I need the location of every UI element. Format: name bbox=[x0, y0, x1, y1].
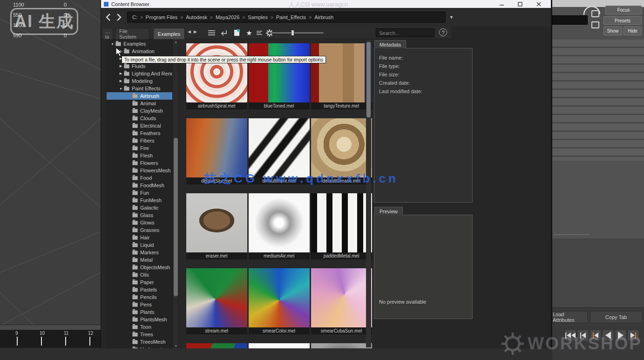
asset-thumbnail[interactable] bbox=[186, 43, 247, 102]
tree-item-paint-effects[interactable]: ▼ Paint Effects bbox=[107, 85, 172, 92]
tab-scroll-arrows[interactable]: ◀▶ bbox=[188, 29, 200, 34]
tree-item-animal[interactable]: Animal bbox=[107, 100, 172, 107]
tree-item-plantsmesh[interactable]: PlantsMesh bbox=[107, 316, 172, 323]
asset-item[interactable]: mediumAir.mel bbox=[249, 193, 310, 259]
chevron-down-icon[interactable]: ▼ bbox=[449, 15, 454, 20]
tree-item-objectsmesh[interactable]: ObjectsMesh bbox=[107, 264, 172, 271]
tree-item-examples[interactable]: ▼ Examples bbox=[107, 40, 172, 48]
focus-button[interactable]: Focus bbox=[605, 6, 642, 14]
tree-item-plants[interactable]: Plants bbox=[107, 308, 172, 316]
return-arrow-icon[interactable] bbox=[219, 28, 229, 37]
load-attributes-button[interactable]: Load Attributes bbox=[552, 311, 588, 323]
back-button[interactable] bbox=[104, 12, 112, 23]
tree-item-pencils[interactable]: Pencils bbox=[107, 293, 172, 301]
tree-item-pastels[interactable]: Pastels bbox=[107, 286, 172, 293]
time-slider[interactable]: 9 10 11 12 bbox=[0, 330, 101, 348]
tree-item-fluids[interactable]: ▶ Fluids bbox=[107, 62, 172, 70]
tree-item-grasses[interactable]: Grasses bbox=[107, 226, 172, 234]
tree-item-toon[interactable]: Toon bbox=[107, 323, 172, 331]
breadcrumb-item[interactable]: Paint_Effects bbox=[276, 14, 306, 20]
tree-item-treesmesh[interactable]: TreesMesh bbox=[107, 338, 172, 346]
search-input[interactable] bbox=[376, 28, 434, 37]
asset-thumbnail[interactable] bbox=[249, 43, 310, 102]
tree-item-modeling[interactable]: ▶ Modeling bbox=[107, 77, 172, 85]
tree-item-glass[interactable]: Glass bbox=[107, 211, 172, 219]
list-view-icon[interactable] bbox=[207, 28, 216, 37]
asset-item[interactable]: paddedMetal.mel bbox=[311, 193, 372, 259]
node-name-field[interactable] bbox=[552, 15, 588, 25]
grid-scrollbar-thumb[interactable] bbox=[366, 42, 371, 117]
asset-thumbnail[interactable] bbox=[311, 118, 372, 177]
presets-button[interactable]: Presets bbox=[603, 16, 642, 25]
asset-item[interactable]: eraser.mel bbox=[186, 193, 247, 259]
grid-scrollbar[interactable] bbox=[366, 40, 371, 347]
asset-thumbnail[interactable] bbox=[186, 118, 247, 177]
tree-expand-arrow[interactable]: ▶ bbox=[118, 79, 124, 83]
tree-scrollbar[interactable]: ▲ ▼ bbox=[172, 39, 177, 348]
asset-item[interactable]: stream.mel bbox=[186, 268, 247, 334]
minimize-button[interactable] bbox=[492, 0, 511, 8]
breadcrumb-item[interactable]: Maya2026 bbox=[216, 14, 239, 20]
tree-item-liquid[interactable]: Liquid bbox=[107, 241, 172, 249]
tree-expand-arrow[interactable]: ▶ bbox=[118, 72, 124, 75]
asset-thumbnail[interactable] bbox=[311, 193, 372, 252]
asset-thumbnail[interactable] bbox=[186, 268, 247, 327]
asset-thumbnail[interactable] bbox=[249, 343, 310, 348]
asset-item[interactable]: smearColor.mel bbox=[249, 268, 310, 334]
asset-item[interactable] bbox=[186, 343, 247, 348]
asset-item[interactable]: tangyTexture.mel bbox=[311, 43, 372, 109]
breadcrumb-item[interactable]: Autodesk bbox=[186, 14, 207, 20]
tree-item-food[interactable]: Food bbox=[107, 174, 172, 182]
copy-node-icon[interactable] bbox=[591, 21, 599, 28]
tree-item-flesh[interactable]: Flesh bbox=[107, 152, 172, 159]
tab-examples[interactable]: Examples bbox=[153, 28, 185, 39]
tree-item-feathers[interactable]: Feathers bbox=[107, 129, 172, 137]
range-slider[interactable] bbox=[0, 325, 101, 330]
tree-item-paper[interactable]: Paper bbox=[107, 278, 172, 286]
asset-thumbnail[interactable] bbox=[311, 343, 372, 348]
tree-expand-arrow[interactable]: ▼ bbox=[109, 42, 115, 46]
asset-item[interactable]: airbrushSpiral.mel bbox=[186, 43, 247, 109]
asset-item[interactable]: smearCubaSun.mel bbox=[311, 268, 372, 334]
breadcrumb-item[interactable]: Samples bbox=[248, 14, 268, 20]
tree-item-fibers[interactable]: Fibers bbox=[107, 137, 172, 144]
breadcrumb[interactable]: C:>Program Files>Autodesk>Maya2026>Sampl… bbox=[127, 12, 446, 23]
tree-item-glows[interactable]: Glows bbox=[107, 219, 172, 226]
breadcrumb-item[interactable]: Airbrush bbox=[314, 14, 333, 20]
close-button[interactable] bbox=[529, 0, 548, 8]
tree-item-airbrush[interactable]: Airbrush bbox=[107, 92, 172, 100]
new-file-icon[interactable] bbox=[232, 28, 241, 37]
asset-thumbnail[interactable] bbox=[186, 193, 247, 252]
asset-thumbnail[interactable] bbox=[249, 118, 310, 177]
tree-item-metal[interactable]: Metal bbox=[107, 256, 172, 264]
sort-list-icon[interactable] bbox=[255, 28, 264, 37]
copy-tab-button[interactable]: Copy Tab bbox=[590, 311, 642, 323]
tree-item-foodmesh[interactable]: FoodMesh bbox=[107, 182, 172, 189]
tree-item-pens[interactable]: Pens bbox=[107, 301, 172, 308]
tree-item-markers[interactable]: Markers bbox=[107, 249, 172, 256]
tree-expand-arrow[interactable]: ▼ bbox=[118, 87, 124, 90]
3d-viewport[interactable]: 110005500100005900 AI 生成 bbox=[0, 0, 101, 360]
tree-item-lighting-and-rendering[interactable]: ▶ Lighting And Rendering bbox=[107, 70, 172, 77]
tab--ia[interactable]: …ia bbox=[102, 28, 113, 39]
asset-item[interactable]: blueToned.mel bbox=[249, 43, 310, 109]
asset-item[interactable] bbox=[249, 343, 310, 348]
help-button[interactable]: ? bbox=[439, 28, 447, 36]
asset-item[interactable] bbox=[311, 343, 372, 348]
tree-scrollbar-thumb[interactable] bbox=[174, 138, 178, 296]
pin-icon[interactable] bbox=[591, 10, 599, 17]
hide-button[interactable]: Hide bbox=[624, 27, 642, 35]
tab-file-system[interactable]: File System bbox=[115, 28, 149, 39]
slider-handle[interactable] bbox=[291, 30, 294, 36]
tree-item-electrical[interactable]: Electrical bbox=[107, 122, 172, 129]
asset-thumbnail[interactable] bbox=[249, 193, 310, 252]
tree-item-trees[interactable]: Trees bbox=[107, 331, 172, 338]
asset-thumbnail[interactable] bbox=[311, 43, 372, 102]
scroll-up-icon[interactable]: ▲ bbox=[173, 39, 179, 44]
tree-expand-arrow[interactable]: ▶ bbox=[118, 64, 124, 68]
tree-item-fun[interactable]: Fun bbox=[107, 189, 172, 197]
tree-item-oils[interactable]: Oils bbox=[107, 271, 172, 278]
scroll-down-icon[interactable]: ▼ bbox=[173, 343, 179, 348]
forward-button[interactable] bbox=[115, 12, 123, 23]
tree-item-hair[interactable]: Hair bbox=[107, 234, 172, 241]
